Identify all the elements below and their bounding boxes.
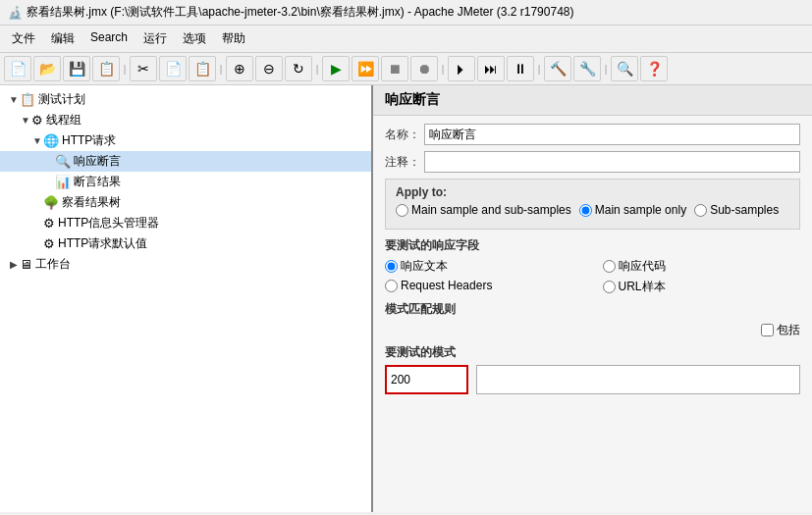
field-request-headers[interactable]: Request Headers	[385, 279, 583, 292]
comment-row: 注释：	[385, 151, 800, 173]
label-assertion: 响应断言	[74, 153, 121, 170]
test-field-section: 要测试的响应字段 响应文本 Request Headers	[385, 237, 800, 295]
test-field-label: 要测试的响应字段	[385, 237, 800, 254]
title-bar: 🔬 察看结果树.jmx (F:\测试软件工具\apache-jmeter-3.2…	[0, 0, 812, 26]
tree-item-workbench[interactable]: ▶ 🖥 工作台	[0, 254, 371, 275]
test-field-left: 响应文本 Request Headers	[385, 258, 583, 295]
menu-options[interactable]: 选项	[175, 27, 214, 50]
toolbar-remote2-btn[interactable]: ⏭	[477, 56, 505, 81]
radio-response-code[interactable]	[603, 260, 616, 273]
expand-testplan[interactable]: ▼	[8, 94, 20, 105]
apply-sub-only[interactable]: Sub-samples	[694, 203, 779, 217]
label-httprequest: HTTP请求	[62, 132, 116, 149]
name-row: 名称：	[385, 124, 800, 145]
label-main-sub: Main sample and sub-samples	[411, 203, 571, 217]
left-panel: ▼ 📋 测试计划 ▼ ⚙ 线程组 ▼ 🌐 HTTP请求 🔍 响应断言	[0, 85, 373, 512]
expand-workbench[interactable]: ▶	[8, 259, 20, 270]
toolbar-saveas-btn[interactable]: 📋	[92, 56, 120, 81]
label-workbench: 工作台	[35, 256, 71, 273]
checkbox-include[interactable]	[761, 324, 774, 336]
name-input[interactable]	[424, 124, 800, 145]
toolbar-paste-btn[interactable]: 📋	[189, 56, 216, 81]
toolbar-sep5: |	[536, 56, 542, 81]
apply-to-radio-group: Main sample and sub-samples Main sample …	[396, 203, 789, 217]
app-icon: 🔬	[8, 6, 23, 20]
menu-help[interactable]: 帮助	[214, 27, 253, 50]
toolbar-run2-btn[interactable]: ⏩	[352, 56, 379, 81]
label-httpmgr: HTTP信息头管理器	[58, 215, 159, 232]
test-field-right: 响应代码 URL样本	[603, 258, 801, 295]
pattern-rule-row: 包括	[385, 322, 800, 338]
icon-assertresult: 📊	[55, 175, 71, 189]
pattern-rule-section: 模式匹配规则 包括	[385, 301, 800, 338]
label-url-sample: URL样本	[619, 279, 666, 295]
field-url-sample[interactable]: URL样本	[603, 279, 801, 295]
radio-request-headers[interactable]	[385, 280, 398, 292]
toolbar-save-btn[interactable]: 💾	[63, 56, 90, 81]
radio-main-only[interactable]	[579, 204, 592, 217]
label-response-text: 响应文本	[401, 258, 448, 275]
tree-item-assertresult[interactable]: 📊 断言结果	[0, 172, 371, 192]
toolbar-search-btn[interactable]: 🔍	[611, 56, 638, 81]
toolbar-stop-btn[interactable]: ⏹	[381, 56, 408, 81]
toolbar-open-btn[interactable]: 📂	[33, 56, 61, 81]
toolbar-remote-btn[interactable]: ⏵	[448, 56, 475, 81]
icon-httprequest: 🌐	[43, 133, 59, 148]
icon-workbench: 🖥	[20, 257, 32, 272]
form-area: 名称： 注释： Apply to: Main sample and sub-sa…	[373, 116, 812, 402]
label-main-only: Main sample only	[595, 203, 686, 217]
toolbar-rotate-btn[interactable]: ↻	[285, 56, 312, 81]
icon-threadgroup: ⚙	[31, 113, 43, 128]
icon-assertion: 🔍	[55, 154, 71, 169]
radio-response-text[interactable]	[385, 260, 398, 273]
test-field-cols: 响应文本 Request Headers 响应代码	[385, 258, 800, 295]
tree-item-assertion[interactable]: 🔍 响应断言	[0, 151, 371, 172]
toolbar-help-btn[interactable]: ❓	[640, 56, 668, 81]
toolbar-copy-btn[interactable]: 📄	[159, 56, 187, 81]
expand-threadgroup[interactable]: ▼	[20, 115, 31, 126]
tree-item-threadgroup[interactable]: ▼ ⚙ 线程组	[0, 110, 371, 130]
icon-httpdefault: ⚙	[43, 236, 55, 251]
pattern-rule-label: 模式匹配规则	[385, 301, 800, 318]
toolbar-stop2-btn[interactable]: ⏺	[410, 56, 438, 81]
expand-httprequest[interactable]: ▼	[31, 135, 43, 146]
label-response-code: 响应代码	[619, 258, 666, 275]
label-httpdefault: HTTP请求默认值	[58, 235, 147, 252]
toolbar-sep1: |	[122, 56, 128, 81]
menu-run[interactable]: 运行	[135, 27, 175, 50]
toolbar-collapse-btn[interactable]: ⊖	[255, 56, 283, 81]
field-response-code[interactable]: 响应代码	[603, 258, 801, 275]
label-request-headers: Request Headers	[401, 279, 492, 292]
tree-item-httprequest[interactable]: ▼ 🌐 HTTP请求	[0, 130, 371, 151]
menu-file[interactable]: 文件	[4, 27, 43, 50]
field-response-text[interactable]: 响应文本	[385, 258, 583, 275]
icon-httpmgr: ⚙	[43, 216, 55, 231]
label-assertresult: 断言结果	[74, 174, 121, 190]
menu-edit[interactable]: 编辑	[43, 27, 82, 50]
pattern-include[interactable]: 包括	[761, 322, 800, 338]
toolbar-new-btn[interactable]: 📄	[4, 56, 31, 81]
apply-to-section: Apply to: Main sample and sub-samples Ma…	[385, 179, 800, 230]
toolbar-cut-btn[interactable]: ✂	[130, 56, 157, 81]
tree-item-httpdefault[interactable]: ⚙ HTTP请求默认值	[0, 233, 371, 254]
label-resulttree: 察看结果树	[62, 194, 121, 211]
menu-search[interactable]: Search	[82, 27, 135, 50]
toolbar-run-btn[interactable]: ▶	[322, 56, 350, 81]
toolbar: 📄 📂 💾 📋 | ✂ 📄 📋 | ⊕ ⊖ ↻ | ▶ ⏩ ⏹ ⏺ | ⏵ ⏭ …	[0, 53, 812, 85]
tree-item-resulttree[interactable]: 🌳 察看结果树	[0, 192, 371, 213]
right-panel: 响应断言 名称： 注释： Apply to: Mai	[373, 85, 812, 512]
label-include: 包括	[777, 322, 800, 338]
pattern-value-input[interactable]	[385, 365, 468, 394]
tree-item-testplan[interactable]: ▼ 📋 测试计划	[0, 89, 371, 110]
radio-sub-only[interactable]	[694, 204, 707, 217]
comment-input[interactable]	[424, 151, 800, 173]
apply-main-sub[interactable]: Main sample and sub-samples	[396, 203, 571, 217]
radio-url-sample[interactable]	[603, 281, 616, 293]
toolbar-clear-btn[interactable]: 🔨	[544, 56, 571, 81]
toolbar-expand-btn[interactable]: ⊕	[226, 56, 253, 81]
radio-main-sub[interactable]	[396, 204, 408, 217]
toolbar-clear2-btn[interactable]: 🔧	[573, 56, 601, 81]
tree-item-httpmgr[interactable]: ⚙ HTTP信息头管理器	[0, 213, 371, 233]
toolbar-remote3-btn[interactable]: ⏸	[507, 56, 534, 81]
apply-main-only[interactable]: Main sample only	[579, 203, 686, 217]
